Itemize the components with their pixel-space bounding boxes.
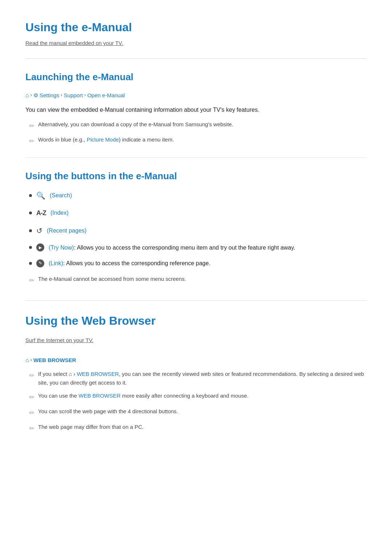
- breadcrumb-settings[interactable]: Settings: [40, 91, 59, 100]
- note-text-1: Alternatively, you can download a copy o…: [38, 120, 233, 129]
- web-browser-subtitle: Surf the Internet on your TV.: [25, 336, 367, 345]
- bullet-dot-index: [29, 212, 32, 214]
- list-item-try-now: ▶ (Try Now): Allows you to access the co…: [29, 243, 367, 253]
- picture-mode-highlight: Picture Mode: [87, 136, 119, 143]
- note-icon-3: ✏: [29, 275, 34, 286]
- buttons-section-title: Using the buttons in the e-Manual: [25, 169, 367, 184]
- note-item-emanual-screens: ✏ The e-Manual cannot be accessed from s…: [25, 275, 367, 286]
- section-divider-3: [25, 300, 367, 301]
- web-note-text-3: You can scroll the web page with the 4 d…: [38, 407, 178, 416]
- note-text-2: Words in blue (e.g., Picture Mode) indic…: [38, 135, 174, 144]
- web-note-text-1: If you select ⌂ › WEB BROWSER, you can s…: [38, 370, 367, 387]
- index-label: (Index): [50, 208, 69, 218]
- link-icon: ✎: [36, 259, 44, 267]
- recent-text: (Recent pages): [47, 227, 86, 234]
- page-main-title: Using the e-Manual: [25, 18, 367, 37]
- page-subtitle: Read the manual embedded on your TV.: [25, 39, 367, 48]
- bullet-dot-try-now: [29, 246, 32, 249]
- chevron-icon-web: ›: [30, 356, 32, 364]
- note-icon-web-3: ✏: [29, 408, 34, 418]
- bullet-dot-recent: [29, 229, 32, 232]
- section-divider-2: [25, 157, 367, 158]
- note-icon-1: ✏: [29, 121, 34, 131]
- buttons-emanual-subsection: Using the buttons in the e-Manual 🔍 (Sea…: [25, 169, 367, 286]
- web-note-2: ✏ You can use the WEB BROWSER more easil…: [25, 391, 367, 403]
- web-note-3: ✏ You can scroll the web page with the 4…: [25, 407, 367, 418]
- note-icon-web-2: ✏: [29, 392, 34, 403]
- link-text: (Link): [49, 260, 63, 266]
- chevron-icon-1: ›: [30, 91, 32, 99]
- az-icon: A-Z: [36, 208, 46, 218]
- try-now-text: (Try Now): [49, 245, 74, 251]
- link-content: (Link): Allows you to access the corresp…: [49, 259, 211, 268]
- search-label: (Search): [50, 191, 72, 200]
- breadcrumb-web-browser-item[interactable]: WEB BROWSER: [33, 356, 76, 365]
- web-browser-section: Using the Web Browser Surf the Internet …: [25, 312, 367, 434]
- web-browser-link-2: WEB BROWSER: [78, 393, 121, 399]
- search-icon: 🔍: [36, 190, 45, 201]
- index-text: (Index): [50, 210, 69, 216]
- try-now-icon: ▶: [36, 243, 44, 251]
- launching-section-title: Launching the e-Manual: [25, 70, 367, 85]
- section-divider-1: [25, 58, 367, 59]
- bullet-dot-link: [29, 262, 32, 265]
- try-now-content: (Try Now): Allows you to access the corr…: [49, 243, 295, 253]
- web-note-text-2: You can use the WEB BROWSER more easily …: [38, 391, 249, 400]
- list-item-search: 🔍 (Search): [29, 190, 367, 201]
- note-item-1: ✏ Alternatively, you can download a copy…: [25, 120, 367, 131]
- search-text: (Search): [50, 192, 72, 198]
- launching-body-text: You can view the embedded e-Manual conta…: [25, 105, 367, 115]
- chevron-icon-3: ›: [84, 91, 86, 99]
- buttons-list: 🔍 (Search) A-Z (Index) ↺ (Recent pages): [25, 190, 367, 268]
- breadcrumb-web-browser: ⌂ › WEB BROWSER: [25, 356, 367, 365]
- web-note-1: ✏ If you select ⌂ › WEB BROWSER, you can…: [25, 370, 367, 387]
- web-browser-link-1: WEB BROWSER: [77, 371, 119, 377]
- settings-icon: ⚙: [33, 91, 38, 100]
- note-item-2: ✏ Words in blue (e.g., Picture Mode) ind…: [25, 135, 367, 147]
- list-item-recent: ↺ (Recent pages): [29, 225, 367, 237]
- home-icon-web: ⌂: [25, 356, 29, 365]
- breadcrumb-launching: ⌂ › ⚙ Settings › Support › Open e-Manual: [25, 91, 367, 100]
- recent-label: (Recent pages): [47, 226, 86, 235]
- web-browser-title: Using the Web Browser: [25, 312, 367, 330]
- list-item-index: A-Z (Index): [29, 208, 367, 218]
- note-icon-web-1: ✏: [29, 370, 34, 381]
- note-icon-web-4: ✏: [29, 423, 34, 434]
- chevron-icon-2: ›: [61, 91, 62, 99]
- home-icon: ⌂: [25, 91, 29, 100]
- note-text-3: The e-Manual cannot be accessed from som…: [38, 275, 186, 283]
- web-note-4: ✏ The web page may differ from that on a…: [25, 423, 367, 434]
- launching-emanual-subsection: Launching the e-Manual ⌂ › ⚙ Settings › …: [25, 70, 367, 147]
- emanual-section: Using the e-Manual Read the manual embed…: [25, 18, 367, 286]
- home-icon-inline: ⌂: [69, 371, 72, 377]
- breadcrumb-open-emanual[interactable]: Open e-Manual: [87, 91, 124, 100]
- recent-pages-icon: ↺: [36, 225, 42, 237]
- breadcrumb-support[interactable]: Support: [64, 91, 83, 100]
- bullet-dot-search: [29, 194, 32, 197]
- note-icon-2: ✏: [29, 136, 34, 147]
- list-item-link: ✎ (Link): Allows you to access the corre…: [29, 259, 367, 268]
- web-note-text-4: The web page may differ from that on a P…: [38, 423, 144, 431]
